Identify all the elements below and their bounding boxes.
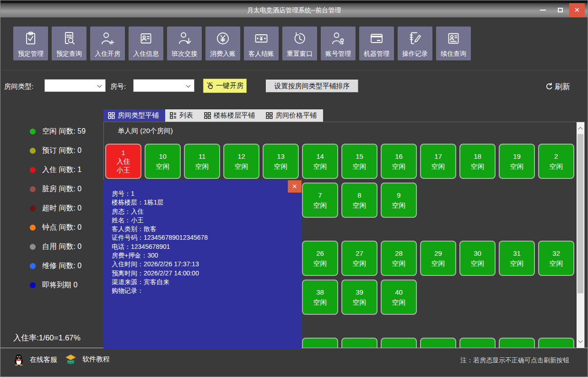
reservation-management-button[interactable]: 预定管理 [13,27,48,60]
occupancy-rate: 入住率:1/60=1.67% [13,333,81,343]
room-tile-30[interactable]: 30空闲 [459,241,496,276]
room-tile-38[interactable]: 38空闲 [302,280,338,315]
room-tile-15[interactable]: 15空闲 [341,144,378,179]
close-icon: ✕ [574,6,580,14]
room-tile-19[interactable]: 19空闲 [499,144,535,179]
room-tile-14[interactable]: 14空闲 [302,144,338,179]
room-status: 空闲 [432,162,445,172]
room-tile-7[interactable]: 7空闲 [302,183,338,218]
room-tile-1[interactable]: 1入住小王 [105,144,141,179]
room-tile-8[interactable]: 8空闲 [341,183,378,218]
check-in-label: 入住开房 [95,50,120,57]
set-room-type-sort-button[interactable]: 设置按房间类型平铺排序 [266,80,358,92]
vertical-scrollbar[interactable] [577,122,584,348]
account-management-button[interactable]: 账号管理 [321,27,356,60]
legend-item-self-use: 自用 间数: 0 [30,242,81,252]
popup-close-button[interactable]: ✕ [288,180,302,193]
scroll-up-button[interactable] [577,124,584,132]
popup-line: 房态：入住 [112,207,295,216]
room-status: 空闲 [510,162,524,172]
room-type-select[interactable] [44,79,106,92]
stay-extension-query-button[interactable]: 续住查询 [436,27,471,60]
tab-room-type-tile[interactable]: 房间类型平铺 [103,109,165,122]
banknote-yen-icon [254,27,269,50]
room-number: 11 [199,151,206,162]
room-tile-27[interactable]: 27空闲 [341,241,378,276]
room-tile-10[interactable]: 10空闲 [145,144,181,179]
room-no-label: 房号: [110,82,126,91]
room-tile-32[interactable]: 32空闲 [538,241,574,276]
room-tile-18[interactable]: 18空闲 [459,144,496,179]
room-tile-28[interactable]: 28空闲 [381,241,417,276]
reset-window-button[interactable]: 重置窗口 [282,27,317,60]
room-number: 17 [434,151,442,162]
check-in-info-button[interactable]: 入住信息 [129,27,163,60]
popup-line: 电话：12345678901 [112,242,295,251]
maintenance-status-dot [30,263,36,269]
room-tile-26[interactable]: 26空闲 [302,241,338,276]
room-number: 14 [316,151,324,162]
dirty-status-text: 脏房 间数: 0 [42,184,81,194]
maintenance-status-text: 维修 间数: 0 [42,261,81,271]
room-number: 32 [552,248,560,259]
room-type-label: 房间类型: [4,82,33,91]
guest-checkout-button[interactable]: 客人结账 [244,27,279,60]
reservation-query-button[interactable]: 预定查询 [52,27,86,60]
software-tutorial-link[interactable]: 软件教程 [65,354,110,365]
refresh-label: 刷新 [555,81,570,92]
refresh-button[interactable]: 刷新 [545,81,570,92]
one-key-open-button[interactable]: 一键开房 [203,79,247,93]
tab-list[interactable]: 列表 [165,109,200,122]
tab-bar: 房间类型平铺列表楼栋楼层平铺房间价格平铺 [103,109,323,122]
room-tile-12[interactable]: 12空闲 [223,144,259,179]
reserved-status-dot [30,148,36,154]
close-button[interactable]: ✕ [569,3,585,17]
room-tile-9[interactable]: 9空闲 [381,183,417,218]
room-tile-39[interactable]: 39空闲 [341,280,378,315]
room-tile-29[interactable]: 29空闲 [420,241,456,276]
maximize-button[interactable] [552,3,568,17]
room-tile-47[interactable]: 47空闲 [341,338,378,348]
machine-management-button[interactable]: 机器管理 [359,27,394,60]
tab-building-floor-tile[interactable]: 楼栋楼层平铺 [200,109,261,122]
room-tile-50[interactable]: 50空闲 [459,338,496,348]
room-number: 29 [434,248,442,259]
scrollbar-thumb[interactable] [577,134,583,293]
operation-log-button[interactable]: 操作记录 [398,27,432,60]
room-tile-11[interactable]: 11空闲 [184,144,220,179]
room-tile-2[interactable]: 2空闲 [538,144,574,179]
one-key-open-label: 一键开房 [216,81,243,90]
consumption-entry-label: 消费入账 [210,50,236,57]
dirty-status-dot [30,186,36,192]
consumption-entry-button[interactable]: 消费入账 [205,27,240,60]
doc-search-icon [61,27,77,50]
room-number: 12 [237,151,245,162]
room-tile-46[interactable]: 46空闲 [302,338,338,348]
room-tile-13[interactable]: 13空闲 [263,144,299,179]
shift-handover-button[interactable]: 班次交接 [167,27,202,60]
guest-checkout-label: 客人结账 [248,50,274,57]
room-tile-49[interactable]: 49空闲 [420,338,456,348]
online-support-link[interactable]: 在线客服 [13,354,57,366]
room-number: 38 [316,287,324,297]
stay-extension-query-label: 续住查询 [441,50,466,57]
room-no-select[interactable] [133,79,194,92]
badge-person-icon [446,27,461,50]
check-in-button[interactable]: 入住开房 [90,27,125,60]
reservation-query-label: 预定查询 [56,50,82,57]
popup-line: 预离时间：2026/2/27 14:00:00 [112,269,295,278]
room-tile-16[interactable]: 16空闲 [381,144,417,179]
room-tile-40[interactable]: 40空闲 [381,280,417,315]
minimize-button[interactable] [535,3,550,17]
room-tile-52[interactable]: 52空闲 [538,338,574,348]
tab-room-price-tile[interactable]: 房间价格平铺 [261,109,323,122]
minimize-icon [540,10,546,11]
id-card-person-icon [138,27,154,50]
room-tile-48[interactable]: 48空闲 [381,338,417,348]
scroll-down-button[interactable] [577,338,584,346]
app-window: 月太电竞酒店管理系统--前台管理 ✕ 预定管理预定查询入住开房入住信息班次交接消… [0,0,588,377]
room-tile-51[interactable]: 51空闲 [499,338,535,348]
self-use-status-text: 自用 间数: 0 [42,242,81,252]
room-tile-17[interactable]: 17空闲 [420,144,456,179]
room-tile-31[interactable]: 31空闲 [499,241,535,276]
